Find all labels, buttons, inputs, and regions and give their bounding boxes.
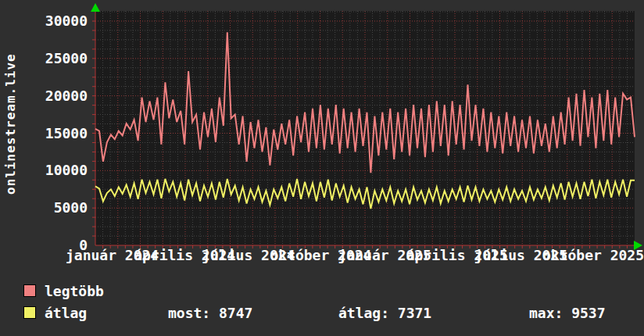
graph-canvas: onlinestream.live 0500010000150002000025… bbox=[0, 0, 644, 336]
y-axis-arrow-icon bbox=[91, 3, 100, 12]
legend-label-legtobb: legtöbb bbox=[45, 283, 104, 299]
y-tick-label: 20000 bbox=[16, 88, 88, 104]
y-tick-label: 15000 bbox=[16, 126, 88, 141]
x-tick-label: október 2025 bbox=[542, 248, 644, 263]
chart-plot bbox=[0, 0, 644, 277]
y-tick-label: 5000 bbox=[16, 200, 88, 216]
stat-most: most: 8747 bbox=[168, 305, 252, 321]
y-tick-label: 10000 bbox=[16, 163, 88, 178]
legend-swatch-atlag bbox=[23, 306, 36, 319]
stat-atlag: átlag: 7371 bbox=[338, 305, 431, 321]
y-tick-label: 30000 bbox=[16, 13, 88, 29]
legend-swatch-legtobb bbox=[23, 284, 36, 297]
y-tick-label: 25000 bbox=[16, 51, 88, 66]
legend-label-atlag: átlag bbox=[45, 305, 87, 321]
stat-max: max: 9537 bbox=[529, 305, 606, 321]
